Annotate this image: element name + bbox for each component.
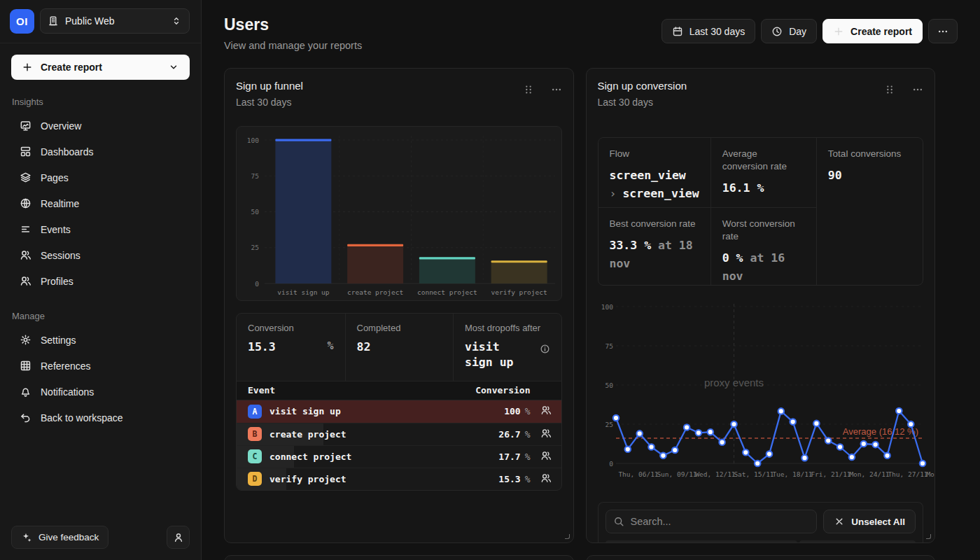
sidebar-item-label: Realtime [41, 198, 79, 209]
event-badge: D [248, 472, 262, 486]
events-icon [20, 223, 31, 235]
sidebar-body: Create report InsightsOverviewDashboards… [0, 43, 201, 517]
profiles-icon [20, 275, 31, 287]
stat-value: 0 % [722, 251, 743, 265]
events-list-cell[interactable] [606, 540, 797, 543]
sessions-icon [20, 249, 31, 261]
sidebar-item-back-to-workspace[interactable]: Back to workspace [11, 405, 190, 430]
users-icon[interactable] [540, 405, 552, 418]
resize-handle[interactable] [926, 534, 931, 539]
conversion-card: Sign up conversion Last 30 days Flowscre… [586, 68, 936, 543]
card-menu-icon[interactable] [912, 84, 923, 95]
conversion-card-subtitle: Last 30 days [598, 97, 687, 108]
sidebar-item-settings[interactable]: Settings [11, 327, 190, 353]
svg-text:verify project: verify project [491, 288, 547, 296]
sidebar-item-realtime[interactable]: Realtime [11, 190, 190, 216]
sidebar-item-dashboards[interactable]: Dashboards [11, 139, 190, 164]
create-report-header-button[interactable]: Create report [822, 19, 923, 43]
funnel-bar-chart: 0255075100visit sign upcreate projectcon… [237, 127, 562, 300]
svg-text:Average (16.12 %): Average (16.12 %) [842, 426, 918, 437]
event-badge: B [248, 427, 262, 441]
users-icon[interactable] [540, 428, 552, 441]
sidebar-item-pages[interactable]: Pages [11, 164, 190, 190]
funnel-row-visit-sign-up[interactable]: Avisit sign up 100% [237, 400, 561, 423]
realtime-icon [20, 197, 31, 209]
person-icon [173, 532, 184, 543]
events-list-cell[interactable] [799, 540, 916, 543]
sidebar-item-sessions[interactable]: Sessions [11, 242, 190, 268]
funnel-table-body: Avisit sign up 100% Bcreate project 26.7… [237, 400, 561, 490]
more-options-button[interactable] [928, 19, 958, 43]
next-row-card [224, 555, 574, 560]
give-feedback-button[interactable]: Give feedback [11, 526, 108, 549]
clock-icon [771, 26, 783, 37]
workspace-selector[interactable]: Public Web [40, 8, 190, 34]
page-subtitle: View and manage your reports [224, 40, 362, 51]
users-icon[interactable] [540, 472, 552, 486]
interval-button[interactable]: Day [761, 19, 817, 43]
events-list-partial-row [606, 540, 916, 543]
app-root: OI Public Web Create report InsightsOver… [0, 0, 980, 560]
info-icon[interactable] [540, 344, 550, 356]
date-range-button[interactable]: Last 30 days [662, 19, 755, 43]
conversion-value: 100% [504, 406, 530, 416]
funnel-card-title: Sign up funnel [236, 80, 303, 92]
funnel-card: Sign up funnel Last 30 days 0255075100vi… [224, 68, 574, 543]
funnel-stat-completed: Completed 82 [345, 314, 454, 381]
plus-icon [833, 26, 844, 37]
header-actions: Last 30 days Day Create report [662, 19, 958, 43]
search-input[interactable] [631, 516, 810, 527]
conversion-card-titles: Sign up conversion Last 30 days [598, 80, 687, 108]
funnel-stats-row: Conversion 15.3%Completed 82Most dropoff… [237, 314, 561, 381]
app-logo-text: OI [16, 15, 28, 27]
svg-text:75: 75 [605, 342, 612, 350]
svg-text:Sat, 15/11: Sat, 15/11 [734, 470, 774, 478]
sidebar-item-references[interactable]: References [11, 353, 190, 379]
search-input-wrap [606, 510, 818, 533]
event-label: verify project [270, 474, 346, 484]
funnel-row-verify-project[interactable]: Dverify project 15.3% [237, 468, 561, 490]
funnel-table-header: Event Conversion [237, 381, 561, 400]
page-title: Users [224, 15, 362, 34]
profile-button[interactable] [167, 526, 190, 549]
resize-handle[interactable] [565, 534, 570, 539]
date-range-label: Last 30 days [690, 26, 745, 37]
funnel-row-connect-project[interactable]: Cconnect project 17.7% [237, 445, 561, 468]
svg-text:Wed, 12/11: Wed, 12/11 [695, 470, 735, 478]
sidebar-nav: InsightsOverviewDashboardsPagesRealtimeE… [11, 97, 190, 430]
sidebar-item-events[interactable]: Events [11, 216, 190, 242]
create-report-label: Create report [41, 62, 102, 73]
events-search-row: Unselect All [606, 510, 916, 533]
funnel-row-create-project[interactable]: Bcreate project 26.7% [237, 423, 561, 445]
app-logo[interactable]: OI [10, 9, 34, 34]
stat-label: Best conversion rate [610, 218, 699, 230]
card-menu-icon[interactable] [551, 84, 562, 95]
page-header-titles: Users View and manage your reports [224, 15, 362, 51]
sidebar-item-notifications[interactable]: Notifications [11, 379, 190, 405]
sidebar-item-label: Pages [41, 172, 69, 183]
sidebar-item-label: Overview [41, 120, 81, 132]
users-icon[interactable] [540, 450, 552, 463]
report-grid: Sign up funnel Last 30 days 0255075100vi… [224, 68, 935, 560]
pages-icon [20, 172, 31, 183]
funnel-card-subtitle: Last 30 days [236, 97, 303, 108]
svg-text:Fri, 21/11: Fri, 21/11 [811, 470, 850, 478]
event-label: create project [270, 429, 346, 440]
create-report-button[interactable]: Create report [11, 55, 190, 80]
stat-value: 82 [357, 340, 442, 355]
svg-text:visit sign up: visit sign up [277, 288, 330, 296]
drag-handle-icon[interactable] [884, 84, 895, 95]
sidebar-item-label: Profiles [41, 276, 74, 287]
conversion-value: 26.7% [498, 429, 530, 440]
sidebar-item-label: Notifications [41, 386, 94, 398]
conversion-stat-total-conversions: Total conversions90 [817, 138, 923, 208]
drag-handle-icon[interactable] [523, 84, 534, 95]
unselect-all-button[interactable]: Unselect All [823, 510, 916, 533]
event-cell: Avisit sign up [248, 405, 463, 419]
svg-text:Thu, 06/11: Thu, 06/11 [618, 470, 658, 478]
svg-text:proxy events: proxy events [704, 377, 763, 388]
stat-value: 33.3 % [610, 239, 652, 252]
sidebar-item-overview[interactable]: Overview [11, 113, 190, 139]
sidebar-item-profiles[interactable]: Profiles [11, 268, 190, 294]
conversion-card-header: Sign up conversion Last 30 days [598, 80, 924, 108]
